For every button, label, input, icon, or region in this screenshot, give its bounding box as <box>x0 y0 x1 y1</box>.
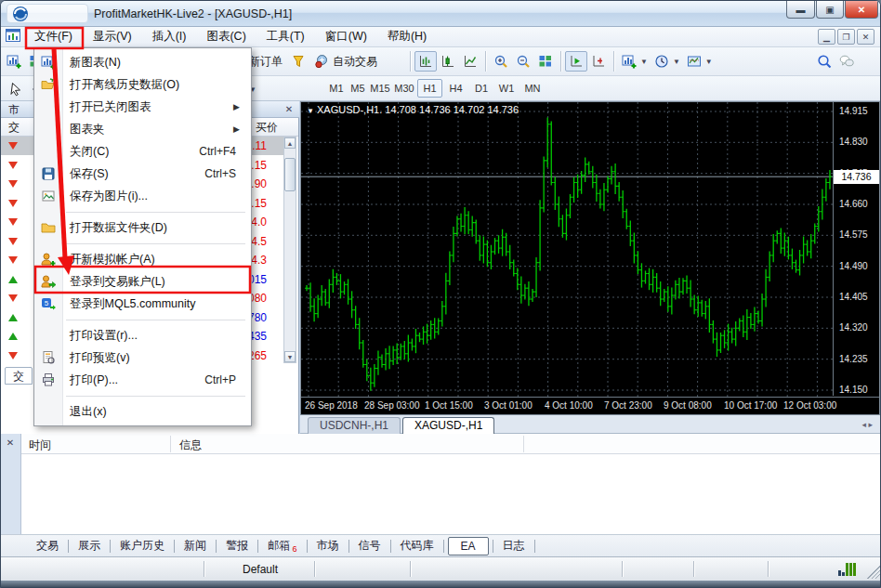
file-menu-item[interactable]: 保存为图片(i)... <box>34 185 251 207</box>
terminal-tab[interactable]: 新闻 <box>175 536 216 555</box>
symbol-column-header[interactable]: 交 <box>8 120 20 136</box>
menu-item-3[interactable]: 图表(C) <box>196 26 256 47</box>
terminal-tab[interactable]: EA <box>448 537 489 555</box>
file-menu-item[interactable]: 图表夹▶ <box>34 118 251 140</box>
chart-shift-button[interactable] <box>587 51 610 72</box>
line-chart-icon <box>463 54 478 69</box>
tab-scroll-arrows-icon[interactable]: ◂ ▸ <box>861 420 873 429</box>
chart-plus-icon <box>622 54 637 69</box>
file-menu-item[interactable]: 开新模拟帐户(A) <box>34 248 251 270</box>
price-chart[interactable] <box>301 102 833 397</box>
window-bottom-edge <box>1 581 881 588</box>
time-axis-label: 28 Sep 03:00 <box>364 400 420 411</box>
file-menu-item[interactable]: 打开数据文件夹(D) <box>34 216 251 239</box>
file-menu-item[interactable]: 保存(S)Ctrl+S <box>34 163 251 185</box>
price-up-arrow-icon <box>8 276 18 283</box>
terminal-tab[interactable]: 信号 <box>349 536 390 555</box>
price-axis[interactable]: 14.91514.83014.74514.66014.57514.49014.4… <box>833 102 879 396</box>
magnifier-button[interactable] <box>813 51 835 72</box>
terminal-journal-body <box>21 454 881 534</box>
timeframe-H4-button[interactable]: H4 <box>443 79 468 98</box>
menu-item-5[interactable]: 窗口(W) <box>315 26 377 47</box>
timeframe-D1-button[interactable]: D1 <box>469 79 493 98</box>
chat-icon <box>839 54 854 69</box>
bid-column-header[interactable]: 买价 <box>256 120 278 136</box>
menu-file[interactable]: 文件(F) <box>24 26 83 47</box>
mdi-close-button[interactable]: ✕ <box>857 29 874 45</box>
chart-tab-XAGUSDH1[interactable]: XAGUSD-,H1 <box>402 417 494 434</box>
candles-button[interactable] <box>437 51 459 72</box>
market-watch-scrollbar[interactable]: ▲ ▼ <box>283 137 296 363</box>
timeframe-W1-button[interactable]: W1 <box>494 79 519 98</box>
auto-scroll-button[interactable] <box>565 51 587 72</box>
mdi-restore-button[interactable]: ❐ <box>837 29 855 45</box>
market-watch-close-icon[interactable]: ✕ <box>283 103 296 116</box>
message-column-header[interactable]: 信息 <box>179 438 202 453</box>
clock-button[interactable] <box>651 51 673 72</box>
file-menu-item[interactable]: 5登录到MQL5.community <box>34 293 251 315</box>
chat-button[interactable] <box>835 51 858 72</box>
template-button[interactable] <box>683 51 705 72</box>
bars-chart-button[interactable] <box>414 51 437 72</box>
dropdown-arrow-icon[interactable]: ▼ <box>640 58 648 66</box>
time-axis-label: 4 Oct 10:00 <box>545 400 593 411</box>
terminal-close-icon[interactable]: ✕ <box>4 437 17 450</box>
timeframe-M30-button[interactable]: M30 <box>392 79 416 98</box>
scroll-up-icon[interactable]: ▲ <box>284 137 296 149</box>
dropdown-arrow-icon[interactable]: ▼ <box>705 58 713 66</box>
close-button[interactable]: ✕ <box>845 1 878 19</box>
file-menu-item[interactable]: 打开离线历史数据(O) <box>34 73 251 96</box>
time-axis-label: 10 Oct 17:00 <box>724 400 777 411</box>
dropdown-arrow-icon[interactable]: ▼ <box>673 58 680 66</box>
file-menu-item[interactable]: 打印预览(v) <box>34 346 251 369</box>
scroll-down-icon[interactable]: ▼ <box>284 351 296 362</box>
file-menu-item[interactable]: 退出(x) <box>34 400 251 423</box>
file-menu-item[interactable]: 打印(P)...Ctrl+P <box>34 369 251 391</box>
file-menu-item[interactable]: 关闭(C)Ctrl+F4 <box>34 140 251 163</box>
menu-item-1[interactable]: 显示(V) <box>83 26 142 47</box>
mdi-minimize-button[interactable]: ▁ <box>818 29 835 45</box>
zoom-out-button[interactable] <box>512 51 534 72</box>
file-menu-item[interactable]: 登录到交易账户(L) <box>34 270 251 293</box>
time-column-header[interactable]: 时间 <box>29 438 51 453</box>
menu-item-4[interactable]: 工具(T) <box>256 26 315 47</box>
scroll-thumb[interactable] <box>284 158 296 191</box>
terminal-tab[interactable]: 代码库 <box>391 536 443 555</box>
menu-item-2[interactable]: 插入(I) <box>142 26 197 47</box>
terminal-tab[interactable]: 警报 <box>217 536 257 555</box>
timeframe-M15-button[interactable]: M15 <box>369 79 391 98</box>
resize-grip[interactable] <box>867 566 880 579</box>
chart-window[interactable]: ▼ XAGUSD-,H1. 14.708 14.736 14.702 14.73… <box>300 101 880 415</box>
line-chart-button[interactable] <box>459 51 481 72</box>
time-axis[interactable]: 26 Sep 201828 Sep 03:001 Oct 15:003 Oct … <box>301 397 879 414</box>
terminal-tab[interactable]: 邮箱 6 <box>258 536 307 555</box>
chart-plus-button[interactable] <box>3 51 25 72</box>
auto-trading-button[interactable]: 自动交易 <box>309 52 382 72</box>
chart-plus-button[interactable] <box>618 51 640 72</box>
terminal-tab[interactable]: 账户历史 <box>111 536 174 555</box>
chart-tab-USDCNHH1[interactable]: USDCNH-,H1 <box>308 417 401 434</box>
pointer-button[interactable] <box>5 79 27 99</box>
terminal-tab[interactable]: 市场 <box>308 536 348 555</box>
timeframe-MN-button[interactable]: MN <box>519 79 546 98</box>
tile-windows-button[interactable] <box>534 51 557 72</box>
file-menu-item[interactable]: 打开已关闭图表▶ <box>34 96 251 118</box>
funnel-icon <box>291 54 306 69</box>
funnel-button[interactable] <box>287 51 309 72</box>
zoom-in-button[interactable] <box>490 51 512 72</box>
restore-button[interactable]: ▣ <box>816 1 844 19</box>
minimize-button[interactable]: ▬ <box>786 1 815 19</box>
timeframe-H1-button[interactable]: H1 <box>417 79 442 98</box>
timeframe-M5-button[interactable]: M5 <box>348 79 368 98</box>
file-menu-item[interactable]: 打印设置(r)... <box>34 324 251 346</box>
terminal-tab[interactable]: 交易 <box>27 536 68 555</box>
market-watch-tab-symbols[interactable]: 交 <box>5 367 33 385</box>
timeframe-M1-button[interactable]: M1 <box>326 79 347 98</box>
terminal-tab[interactable]: 展示 <box>69 536 110 555</box>
chart-shift-icon <box>591 54 606 69</box>
account-login-icon <box>41 274 56 289</box>
file-menu-item[interactable]: 新图表(N) <box>34 51 251 73</box>
terminal-tab[interactable]: 日志 <box>493 536 534 555</box>
menu-item-6[interactable]: 帮助(H) <box>377 26 437 47</box>
price-down-arrow-icon <box>8 162 18 169</box>
